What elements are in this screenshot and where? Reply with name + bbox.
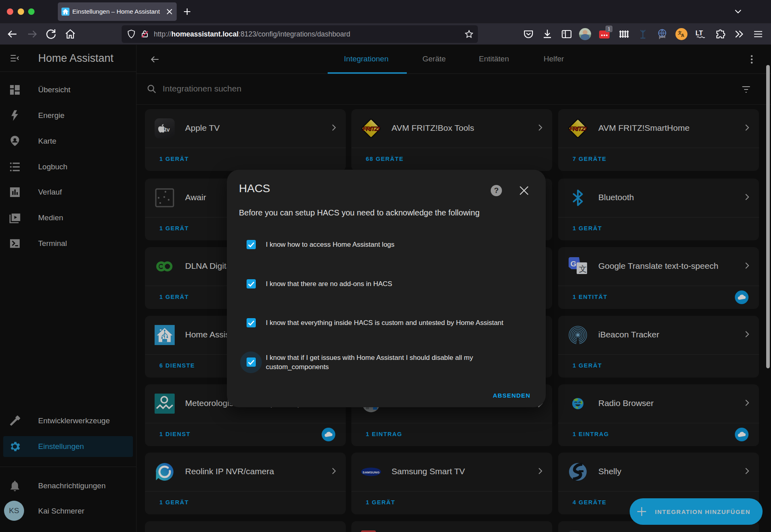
svg-text:LT: LT — [696, 30, 703, 37]
svg-text:A: A — [681, 33, 684, 38]
